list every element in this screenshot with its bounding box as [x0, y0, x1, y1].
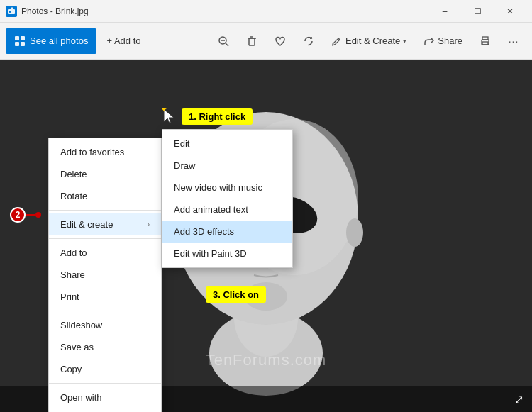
- zoom-icon: [217, 35, 230, 48]
- print-button[interactable]: [472, 28, 498, 54]
- submenu-chevron: ›: [148, 221, 150, 228]
- submenu-item-3d-effects[interactable]: Add 3D effects: [162, 221, 292, 243]
- menu-item-edit-create[interactable]: Edit & create ›: [49, 213, 161, 235]
- close-button[interactable]: ✕: [494, 0, 526, 23]
- delete-icon: [245, 35, 258, 48]
- menu-item-share[interactable]: Share: [49, 264, 161, 286]
- maximize-button[interactable]: ☐: [461, 0, 494, 23]
- rotate-button[interactable]: [296, 28, 321, 54]
- app-icon: [6, 6, 17, 17]
- title-bar-left: Photos - Brink.jpg: [6, 6, 89, 17]
- svg-rect-10: [249, 38, 255, 45]
- more-button[interactable]: ···: [501, 28, 526, 54]
- expand-icon[interactable]: ⤢: [514, 393, 523, 406]
- annotation-step3: 3. Click on: [206, 286, 266, 303]
- step2-line: [26, 214, 35, 216]
- svg-rect-5: [15, 42, 19, 46]
- delete-button[interactable]: [239, 28, 265, 54]
- edit-icon: [331, 35, 343, 47]
- menu-item-delete[interactable]: Delete: [49, 163, 161, 185]
- step3-label: 3. Click on: [206, 286, 266, 303]
- svg-rect-4: [21, 36, 25, 40]
- favorite-button[interactable]: [267, 28, 293, 54]
- menu-item-save-as[interactable]: Save as: [49, 336, 161, 358]
- minimize-button[interactable]: –: [428, 0, 461, 23]
- menu-separator-1: [49, 210, 161, 211]
- menu-item-print[interactable]: Print: [49, 286, 161, 308]
- title-bar: Photos - Brink.jpg – ☐ ✕: [0, 0, 532, 23]
- menu-separator-4: [49, 383, 161, 384]
- submenu-item-new-video[interactable]: New video with music: [162, 177, 292, 199]
- svg-marker-1: [10, 7, 14, 9]
- annotation-step1: ✦ 1. Right click: [162, 108, 253, 125]
- svg-rect-6: [21, 42, 25, 46]
- menu-separator-3: [49, 311, 161, 311]
- cursor-icon: ✦: [162, 108, 176, 125]
- toolbar: See all photos + Add to: [0, 23, 532, 60]
- add-to-button[interactable]: + Add to: [99, 28, 148, 54]
- svg-rect-15: [482, 37, 488, 40]
- edit-create-label: Edit & Create: [345, 35, 400, 46]
- svg-text:✦: ✦: [162, 108, 167, 114]
- heart-icon: [274, 35, 287, 48]
- menu-item-rotate[interactable]: Rotate: [49, 185, 161, 207]
- submenu-item-paint-3d[interactable]: Edit with Paint 3D: [162, 243, 292, 265]
- menu-item-set-as[interactable]: Set as ›: [49, 408, 161, 412]
- step2-dot: [35, 212, 41, 218]
- menu-item-copy[interactable]: Copy: [49, 358, 161, 380]
- menu-item-open-with[interactable]: Open with: [49, 386, 161, 408]
- svg-line-13: [338, 38, 340, 40]
- svg-point-2: [9, 11, 11, 13]
- see-all-label: See all photos: [30, 35, 88, 46]
- svg-rect-3: [15, 36, 19, 40]
- rotate-icon: [302, 35, 315, 48]
- menu-item-slideshow[interactable]: Slideshow: [49, 314, 161, 336]
- svg-line-8: [226, 43, 228, 46]
- submenu-item-draw[interactable]: Draw: [162, 155, 292, 177]
- share-icon: [423, 35, 435, 47]
- share-button[interactable]: Share: [416, 28, 470, 54]
- zoom-button[interactable]: [211, 28, 236, 54]
- menu-separator-2: [49, 238, 161, 239]
- annotation-step2: 2: [10, 207, 41, 223]
- title-bar-controls: – ☐ ✕: [428, 0, 526, 23]
- step1-label: 1. Right click: [182, 108, 253, 125]
- share-label: Share: [438, 35, 462, 46]
- submenu: Edit Draw New video with music Add anima…: [162, 129, 293, 268]
- edit-dropdown-arrow: ▾: [403, 38, 406, 45]
- submenu-item-edit[interactable]: Edit: [162, 133, 292, 155]
- see-all-photos-button[interactable]: See all photos: [6, 28, 96, 54]
- svg-rect-16: [482, 42, 488, 45]
- svg-point-29: [346, 218, 363, 247]
- edit-create-button[interactable]: Edit & Create ▾: [324, 28, 414, 54]
- watermark: TenForums.com: [206, 351, 327, 369]
- context-menu: Add to favorites Delete Rotate Edit & cr…: [48, 138, 162, 412]
- window-title: Photos - Brink.jpg: [21, 6, 89, 16]
- print-icon: [479, 35, 492, 48]
- step2-circle: 2: [10, 207, 26, 223]
- menu-item-add-to[interactable]: Add to: [49, 242, 161, 264]
- add-to-label: + Add to: [106, 35, 140, 46]
- main-content: TenForums.com ✦ 1. Right click 2 Add to …: [0, 60, 532, 412]
- menu-item-add-favorites[interactable]: Add to favorites: [49, 141, 161, 163]
- submenu-item-animated-text[interactable]: Add animated text: [162, 199, 292, 221]
- photos-icon: [14, 35, 26, 47]
- more-icon: ···: [509, 35, 519, 47]
